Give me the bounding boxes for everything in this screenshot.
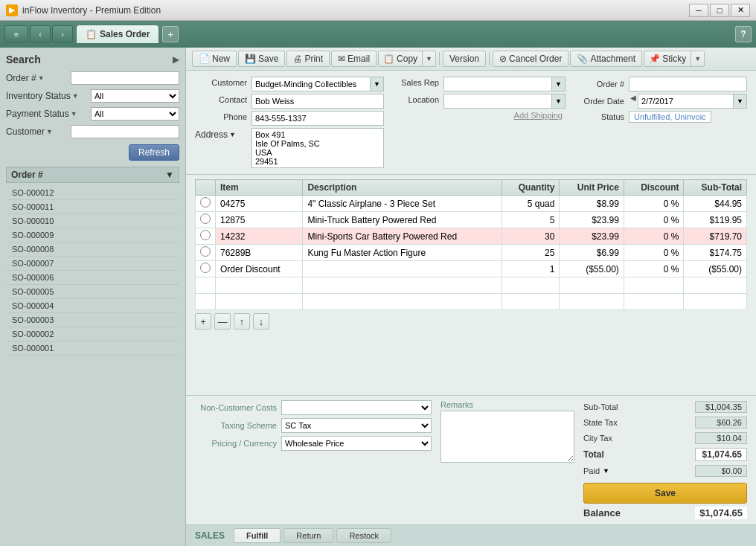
item-cell[interactable]: 14232 [216, 228, 303, 245]
save-toolbar-button[interactable]: 💾 Save [238, 51, 285, 67]
item-cell[interactable]: Order Discount [216, 261, 303, 277]
inventory-status-select[interactable]: All [91, 89, 179, 103]
item-cell[interactable]: 04275 [216, 196, 303, 212]
order-list-header[interactable]: Order # ▼ [6, 167, 179, 183]
desc-cell[interactable] [303, 261, 502, 277]
list-item[interactable]: SO-000003 [6, 313, 179, 327]
qty-cell[interactable]: 5 [502, 212, 560, 228]
pricing-select[interactable]: Wholesale Price [281, 436, 432, 451]
row-status-circle[interactable] [200, 213, 211, 224]
phone-input[interactable] [252, 111, 384, 126]
qty-cell[interactable]: 1 [502, 261, 560, 277]
payment-dropdown-arrow[interactable]: ▼ [71, 110, 77, 118]
price-cell[interactable]: $23.99 [560, 212, 624, 228]
order-dropdown-arrow[interactable]: ▼ [38, 74, 45, 82]
qty-cell[interactable]: 30 [502, 228, 560, 245]
nav-forward-button[interactable]: › [52, 25, 73, 43]
copy-arrow[interactable]: ▼ [423, 51, 435, 66]
minimize-button[interactable]: ─ [689, 4, 708, 17]
email-button[interactable]: ✉ Email [331, 51, 377, 67]
customer-dropdown-arrow[interactable]: ▼ [46, 128, 53, 135]
list-item[interactable]: SO-000010 [6, 214, 179, 228]
sales-order-tab[interactable]: 📋 Sales Order [76, 25, 159, 44]
sticky-split-button[interactable]: 📌 Sticky ▼ [644, 51, 705, 67]
search-expand-icon[interactable]: ▶ [173, 54, 179, 65]
price-cell[interactable]: ($55.00) [560, 261, 624, 277]
sticky-main[interactable]: 📌 Sticky [644, 51, 691, 66]
inventory-dropdown-arrow[interactable]: ▼ [72, 92, 79, 100]
hamburger-button[interactable]: ≡ [4, 25, 28, 43]
price-cell[interactable]: $6.99 [560, 245, 624, 261]
sales-rep-dropdown-btn[interactable]: ▼ [552, 77, 566, 91]
list-item[interactable]: SO-000012 [6, 186, 179, 200]
move-down-button[interactable]: ↓ [253, 313, 269, 330]
copy-main[interactable]: 📋 Copy [379, 51, 423, 66]
address-textarea[interactable]: Box 491 Isle Of Palms, SC USA 29451 [252, 128, 384, 168]
non-customer-select[interactable] [281, 400, 432, 415]
list-item[interactable]: SO-000004 [6, 299, 179, 313]
row-status-circle[interactable] [200, 246, 211, 257]
item-cell[interactable]: 76289B [216, 245, 303, 261]
nav-back-button[interactable]: ‹ [30, 25, 51, 43]
move-up-button[interactable]: ↑ [234, 313, 250, 330]
paid-dropdown-arrow[interactable]: ▼ [603, 467, 609, 475]
item-cell[interactable]: 12875 [216, 212, 303, 228]
close-button[interactable]: ✕ [731, 4, 750, 17]
location-input[interactable] [443, 94, 552, 109]
remove-row-button[interactable]: — [214, 313, 231, 330]
qty-cell[interactable]: 25 [502, 245, 560, 261]
attachment-button[interactable]: 📎 Attachment [570, 51, 642, 67]
fulfill-tab[interactable]: Fulfill [234, 528, 281, 543]
list-item[interactable]: SO-000008 [6, 243, 179, 257]
contact-input[interactable] [252, 94, 384, 109]
list-item[interactable]: SO-000011 [6, 200, 179, 214]
payment-status-select[interactable]: All [91, 107, 179, 121]
add-row-button[interactable]: + [195, 313, 211, 330]
list-item[interactable]: SO-000006 [6, 271, 179, 285]
row-status-circle[interactable] [200, 197, 211, 208]
customer-dropdown-btn[interactable]: ▼ [371, 77, 384, 91]
maximize-button[interactable]: □ [710, 4, 729, 17]
row-status-circle[interactable] [200, 263, 211, 273]
desc-cell[interactable]: Mini-Sports Car Battery Powered Red [303, 228, 502, 245]
list-item[interactable]: SO-000009 [6, 228, 179, 243]
row-status-circle[interactable] [200, 230, 211, 240]
taxing-scheme-select[interactable]: SC Tax [281, 418, 432, 433]
order-num-input[interactable] [629, 77, 747, 91]
location-dropdown-btn[interactable]: ▼ [552, 94, 566, 109]
copy-split-button[interactable]: 📋 Copy ▼ [378, 51, 436, 67]
discount-cell[interactable]: 0 % [624, 228, 684, 245]
sticky-arrow[interactable]: ▼ [691, 51, 704, 66]
discount-cell[interactable]: 0 % [624, 196, 684, 212]
list-item[interactable]: SO-000007 [6, 257, 179, 271]
discount-cell[interactable]: 0 % [624, 261, 684, 277]
date-nav-icon[interactable]: ◀ [629, 94, 638, 109]
restock-tab[interactable]: Restock [336, 528, 391, 543]
new-button[interactable]: 📄 New [192, 51, 237, 67]
add-tab-button[interactable]: + [162, 26, 179, 42]
list-item[interactable]: SO-000002 [6, 327, 179, 341]
order-date-input[interactable] [638, 94, 734, 109]
desc-cell[interactable]: Mini-Truck Battery Powered Red [303, 212, 502, 228]
desc-cell[interactable]: 4" Classic Airplane - 3 Piece Set [303, 196, 502, 212]
address-dropdown-arrow[interactable]: ▼ [229, 131, 236, 138]
order-search-input[interactable] [71, 71, 179, 85]
list-item[interactable]: SO-000001 [6, 341, 179, 356]
save-large-button[interactable]: Save [583, 483, 747, 504]
discount-cell[interactable]: 0 % [624, 212, 684, 228]
version-button[interactable]: Version [443, 51, 486, 67]
list-item[interactable]: SO-000005 [6, 285, 179, 299]
return-tab[interactable]: Return [284, 528, 333, 543]
desc-cell[interactable]: Kung Fu Master Action Figure [303, 245, 502, 261]
qty-cell[interactable]: 5 quad [502, 196, 560, 212]
customer-input[interactable] [252, 77, 371, 91]
cancel-order-button[interactable]: ⊘ Cancel Order [493, 51, 568, 67]
remarks-textarea[interactable] [441, 411, 574, 463]
sales-rep-input[interactable] [443, 77, 552, 91]
refresh-button[interactable]: Refresh [129, 144, 179, 161]
add-shipping-link[interactable]: Add Shipping [387, 111, 566, 120]
help-button[interactable]: ? [735, 26, 752, 42]
print-button[interactable]: 🖨 Print [286, 51, 330, 67]
date-dropdown-btn[interactable]: ▼ [734, 94, 747, 109]
price-cell[interactable]: $8.99 [560, 196, 624, 212]
